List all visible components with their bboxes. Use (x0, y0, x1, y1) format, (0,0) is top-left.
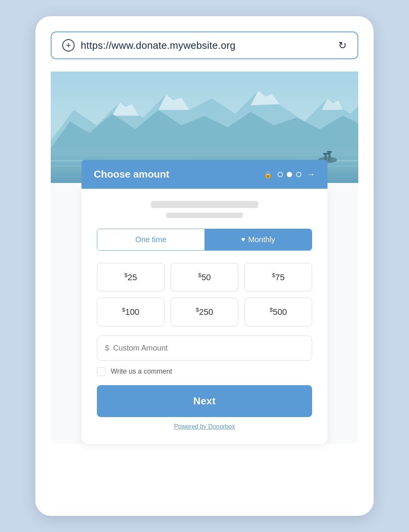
heart-icon: ♥ (241, 236, 245, 244)
address-bar-left: + https://www.donate.mywebsite.org (62, 39, 236, 52)
frequency-toggle: One time ♥ Monthly (97, 229, 312, 251)
url-display: https://www.donate.mywebsite.org (81, 40, 236, 52)
amount-100-button[interactable]: $100 (97, 298, 165, 326)
amount-50-button[interactable]: $50 (171, 263, 238, 291)
comment-checkbox[interactable] (97, 367, 105, 376)
amount-25-button[interactable]: $25 (97, 263, 165, 291)
monthly-option[interactable]: ♥ Monthly (204, 229, 312, 250)
step-indicators (278, 172, 301, 177)
comment-row: Write us a comment (97, 367, 312, 376)
custom-amount-input[interactable] (113, 344, 304, 352)
widget-container: Choose amount 🔒 → One time (51, 183, 358, 444)
widget-title: Choose amount (94, 168, 169, 180)
device-frame: + https://www.donate.mywebsite.org ↻ (35, 16, 374, 516)
amount-grid: $25 $50 $75 $100 $250 $500 (97, 263, 312, 326)
amount-500-button[interactable]: $500 (244, 298, 312, 326)
lock-icon: 🔒 (264, 170, 272, 179)
donorbox-link[interactable]: Powered by Donorbox (174, 423, 235, 430)
step-dot-3 (296, 172, 301, 177)
new-tab-icon[interactable]: + (62, 39, 75, 52)
widget-header: Choose amount 🔒 → (81, 160, 328, 189)
widget-header-right: 🔒 → (264, 170, 315, 180)
skeleton-loader (97, 201, 312, 218)
skeleton-bar-narrow (166, 213, 243, 218)
step-dot-2 (287, 172, 292, 177)
widget-body: One time ♥ Monthly $25 $50 $75 $100 $250… (81, 189, 328, 444)
powered-by: Powered by Donorbox (97, 423, 312, 430)
reload-icon[interactable]: ↻ (338, 40, 347, 52)
next-button[interactable]: Next (97, 385, 312, 417)
svg-rect-14 (327, 151, 332, 153)
address-bar: + https://www.donate.mywebsite.org ↻ (51, 32, 358, 59)
amount-250-button[interactable]: $250 (171, 298, 238, 326)
amount-75-button[interactable]: $75 (244, 263, 312, 291)
next-step-arrow[interactable]: → (307, 170, 315, 180)
custom-amount-field: $ (97, 336, 312, 361)
currency-prefix: $ (105, 344, 109, 352)
svg-rect-13 (323, 153, 330, 155)
skeleton-bar-wide (151, 201, 258, 208)
step-dot-1 (278, 172, 283, 177)
one-time-option[interactable]: One time (97, 229, 204, 250)
comment-label: Write us a comment (111, 367, 172, 376)
